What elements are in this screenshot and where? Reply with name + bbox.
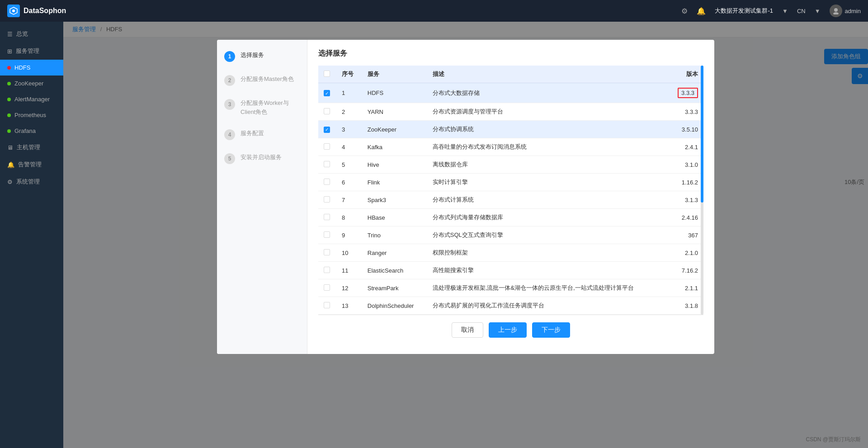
sidebar-item-label: HDFS [14, 64, 30, 71]
table-row: 12StreamPark流处理极速开发框架,流批一体&湖仓一体的云原生平台,一站… [318, 279, 703, 297]
service-table: 序号 服务 描述 版本 1HDFS分布式大数据存储3.3.32YARN分布式资源… [318, 66, 703, 315]
svg-point-2 [834, 8, 838, 12]
status-dot-green [7, 129, 11, 133]
navbar: DataSophon ⚙ 🔔 大数据开发测试集群-1 ▼ CN ▼ admin [0, 0, 868, 22]
step-circle-5: 5 [224, 153, 235, 164]
col-header-desc: 描述 [427, 66, 668, 83]
cluster-selector[interactable]: 大数据开发测试集群-1 [715, 7, 773, 15]
row-version: 367 [668, 226, 703, 244]
row-num: 9 [336, 226, 362, 244]
steps-panel: 1 选择服务 2 分配服务Master角色 3 分配服务Worker与Clien… [217, 40, 307, 354]
cancel-button[interactable]: 取消 [452, 322, 483, 338]
row-num: 4 [336, 138, 362, 156]
row-service: Spark3 [362, 191, 427, 209]
gear-icon-side: ⚙ [7, 179, 13, 185]
chevron-down-icon-lang: ▼ [815, 8, 821, 14]
sidebar-item-service-mgmt[interactable]: ⊞ 服务管理 [0, 42, 63, 60]
app-logo[interactable]: DataSophon [7, 5, 66, 17]
settings-icon[interactable]: ⚙ [681, 7, 688, 15]
table-row: 3ZooKeeper分布式协调系统3.5.10 [318, 121, 703, 138]
sidebar-item-label: 系统管理 [16, 178, 40, 186]
dialog-inner: 1 选择服务 2 分配服务Master角色 3 分配服务Worker与Clien… [217, 40, 714, 354]
row-version: 1.16.2 [668, 174, 703, 191]
row-version: 3.1.0 [668, 156, 703, 174]
row-num: 3 [336, 121, 362, 138]
sidebar-item-label: Grafana [14, 127, 36, 134]
sidebar-item-overview[interactable]: ☰ 总览 [0, 25, 63, 42]
table-header-row: 序号 服务 描述 版本 [318, 66, 703, 83]
row-num: 2 [336, 103, 362, 121]
row-version: 2.4.16 [668, 209, 703, 226]
dialog-overlay: 1 选择服务 2 分配服务Master角色 3 分配服务Worker与Clien… [63, 22, 868, 448]
row-checkbox[interactable] [324, 231, 330, 238]
step-label-3: 分配服务Worker与Client角色 [241, 99, 300, 116]
sidebar-item-sys-mgmt[interactable]: ⚙ 系统管理 [0, 173, 63, 190]
row-checkbox[interactable] [324, 302, 330, 308]
table-row: 8HBase分布式列式海量存储数据库2.4.16 [318, 209, 703, 226]
table-row: 10Ranger权限控制框架2.1.0 [318, 244, 703, 262]
row-service: HBase [362, 209, 427, 226]
row-service: DolphinScheduler [362, 297, 427, 315]
row-checkbox[interactable] [324, 161, 330, 167]
row-desc: 分布式协调系统 [427, 121, 668, 138]
row-num: 10 [336, 244, 362, 262]
sidebar-item-label: 服务管理 [16, 47, 39, 55]
sidebar-item-alert-mgmt[interactable]: 🔔 告警管理 [0, 156, 63, 173]
row-service: ZooKeeper [362, 121, 427, 138]
sidebar-item-zookeeper[interactable]: ZooKeeper [0, 75, 63, 91]
sidebar-item-grafana[interactable]: Grafana [0, 123, 63, 139]
table-row: 7Spark3分布式计算系统3.1.3 [318, 191, 703, 209]
row-checkbox[interactable] [324, 267, 330, 273]
row-service: Hive [362, 156, 427, 174]
sidebar-item-prometheus[interactable]: Prometheus [0, 107, 63, 123]
row-checkbox[interactable] [324, 108, 330, 114]
row-checkbox[interactable] [324, 143, 330, 150]
table-row: 1HDFS分布式大数据存储3.3.3 [318, 83, 703, 103]
row-checkbox[interactable] [324, 196, 330, 203]
status-dot-green [7, 98, 11, 101]
sidebar-item-alertmanager[interactable]: AlertManager [0, 91, 63, 107]
row-num: 11 [336, 262, 362, 279]
step-2: 2 分配服务Master角色 [224, 75, 300, 86]
row-checkbox[interactable] [324, 284, 330, 291]
step-label-2: 分配服务Master角色 [241, 75, 294, 84]
row-checkbox[interactable] [324, 249, 330, 255]
step-circle-1: 1 [224, 51, 235, 62]
select-all-checkbox[interactable] [324, 71, 330, 77]
table-row: 5Hive离线数据仓库3.1.0 [318, 156, 703, 174]
table-row: 9Trino分布式SQL交互式查询引擎367 [318, 226, 703, 244]
panel-title: 选择服务 [318, 49, 703, 58]
sidebar-item-hdfs[interactable]: HDFS [0, 60, 63, 75]
row-version: 3.3.3 [668, 83, 703, 103]
overview-icon: ☰ [7, 31, 13, 38]
sidebar-item-label: 告警管理 [18, 160, 42, 169]
dialog: 1 选择服务 2 分配服务Master角色 3 分配服务Worker与Clien… [217, 40, 714, 354]
row-desc: 分布式大数据存储 [427, 83, 668, 103]
step-circle-3: 3 [224, 99, 235, 110]
user-menu[interactable]: admin [830, 5, 861, 17]
sidebar: ☰ 总览 ⊞ 服务管理 HDFS ZooKeeper AlertManager … [0, 22, 63, 448]
row-version: 2.1.0 [668, 244, 703, 262]
row-service: HDFS [362, 83, 427, 103]
row-checkbox[interactable] [324, 214, 330, 220]
row-version: 2.4.1 [668, 138, 703, 156]
chevron-down-icon: ▼ [782, 8, 788, 14]
col-header-service: 服务 [362, 66, 427, 83]
row-desc: 实时计算引擎 [427, 174, 668, 191]
sidebar-item-label: 主机管理 [17, 143, 40, 151]
row-checkbox[interactable] [324, 90, 330, 96]
next-button[interactable]: 下一步 [532, 322, 570, 338]
row-checkbox[interactable] [324, 179, 330, 185]
main-panel: 选择服务 序号 服务 描述 [307, 40, 714, 354]
row-service: Ranger [362, 244, 427, 262]
sidebar-item-host-mgmt[interactable]: 🖥 主机管理 [0, 139, 63, 156]
row-checkbox[interactable] [324, 127, 330, 133]
status-dot-green [7, 82, 11, 85]
row-desc: 分布式资源调度与管理平台 [427, 103, 668, 121]
table-row: 6Flink实时计算引擎1.16.2 [318, 174, 703, 191]
row-version: 3.3.3 [668, 103, 703, 121]
prev-button[interactable]: 上一步 [489, 322, 527, 338]
row-desc: 权限控制框架 [427, 244, 668, 262]
bell-icon[interactable]: 🔔 [697, 7, 706, 15]
lang-selector[interactable]: CN [797, 8, 806, 14]
